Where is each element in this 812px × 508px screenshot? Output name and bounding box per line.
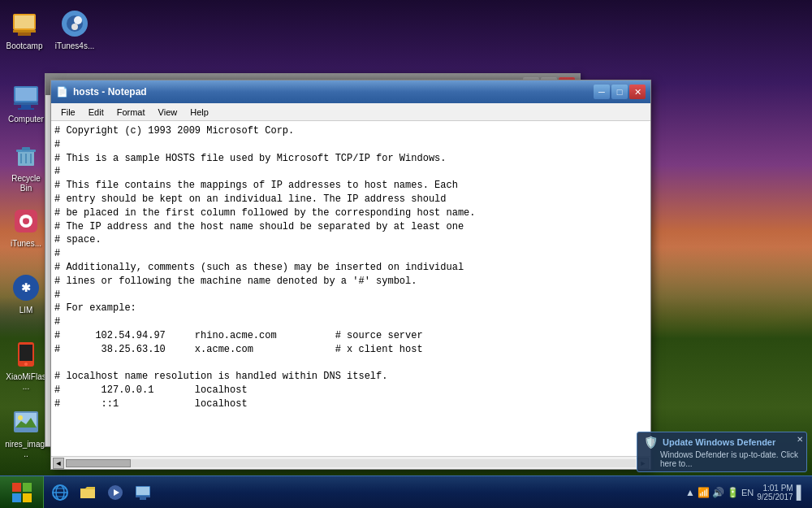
svg-point-6 [74, 16, 82, 24]
desktop-icon-lim[interactable]: ✱ LIM [2, 268, 50, 319]
nires-label: nires_imag... [5, 440, 47, 459]
svg-rect-44 [136, 496, 150, 497]
desktop-icon-bootcamp[interactable]: Bootcamp [0, 4, 49, 54]
svg-rect-10 [14, 102, 38, 105]
itunes-icon [58, 7, 91, 40]
svg-text:✱: ✱ [21, 281, 31, 294]
xiaomi-label: XiaoMiFlas... [5, 372, 47, 392]
notepad-title-icon: 📄 [56, 86, 68, 98]
system-clock[interactable]: 1:01 PM 9/25/2017 [757, 484, 793, 501]
show-desktop-button[interactable]: ▌ [797, 485, 806, 500]
taskbar-monitor-icon[interactable] [130, 480, 156, 506]
notepad-close-button[interactable]: ✕ [629, 85, 646, 99]
taskbar: ▲ 📶 🔊 🔋 EN 1:01 PM 9/25/2017 ▌ [0, 475, 812, 508]
svg-rect-45 [140, 497, 146, 500]
svg-rect-12 [18, 108, 34, 110]
svg-rect-39 [80, 489, 95, 498]
desktop-icon-xiaomi[interactable]: XiaoMiFlas... [2, 335, 50, 395]
svg-rect-11 [21, 105, 31, 108]
itunes2-label: iTunes... [11, 239, 41, 249]
svg-rect-32 [12, 493, 21, 502]
notepad-content-area [51, 121, 650, 456]
tray-battery-icon[interactable]: 🔋 [727, 487, 739, 498]
clock-date: 9/25/2017 [757, 493, 793, 501]
svg-rect-25 [19, 345, 32, 361]
lim-label: LIM [19, 306, 33, 315]
notepad-controls: ─ □ ✕ [594, 85, 646, 99]
itunes2-icon [10, 205, 42, 237]
svg-point-7 [71, 24, 78, 30]
taskbar-ie-icon[interactable] [47, 480, 73, 506]
desktop: Bootcamp iTunes4s... Computer Recycle Bi… [0, 0, 812, 508]
start-button[interactable] [0, 476, 44, 509]
notepad-maximize-button[interactable]: □ [611, 85, 628, 99]
taskbar-items [44, 476, 679, 508]
taskbar-media-icon[interactable] [102, 480, 128, 506]
tray-language[interactable]: EN [741, 488, 754, 497]
recycle-bin-label: Recycle Bin [5, 174, 47, 193]
tray-arrow-icon[interactable]: ▲ [685, 487, 695, 498]
desktop-icon-nires[interactable]: nires_imag... [2, 402, 50, 462]
svg-rect-30 [12, 483, 21, 492]
menu-format[interactable]: Format [110, 106, 152, 119]
taskbar-folder-icon[interactable] [75, 480, 101, 506]
svg-rect-1 [15, 15, 34, 28]
notepad-title-text: hosts - Notepad [73, 86, 147, 98]
windows-defender-notification[interactable]: 🛡️ Update Windows Defender Windows Defen… [637, 432, 807, 472]
itunes-label: iTunes4s... [55, 41, 95, 51]
svg-rect-2 [13, 30, 36, 33]
desktop-icon-itunes2[interactable]: iTunes... [2, 202, 50, 252]
tray-network-icon[interactable]: 📶 [698, 487, 710, 498]
computer-icon [10, 80, 42, 113]
tray-icons: ▲ 📶 🔊 🔋 EN [685, 487, 754, 498]
menu-view[interactable]: View [152, 106, 184, 119]
bootcamp-icon [8, 7, 41, 40]
tray-volume-icon[interactable]: 🔊 [712, 487, 724, 498]
clock-time: 1:01 PM [757, 484, 793, 493]
bootcamp-label: Bootcamp [6, 41, 42, 51]
svg-point-21 [23, 218, 29, 224]
notepad-minimize-button[interactable]: ─ [594, 85, 610, 99]
scrollbar-left-arrow[interactable]: ◄ [53, 458, 64, 469]
notification-body: Windows Defender is up-to-date. Click he… [644, 450, 800, 468]
notification-shield-icon: 🛡️ [644, 436, 658, 449]
notification-title: Update Windows Defender [663, 437, 775, 447]
notepad-title-group: 📄 hosts - Notepad [56, 86, 147, 98]
svg-rect-33 [23, 493, 32, 502]
taskbar-tray: ▲ 📶 🔊 🔋 EN 1:01 PM 9/25/2017 ▌ [679, 484, 812, 501]
notepad-textarea[interactable] [51, 121, 650, 456]
desktop-icon-recycle-bin[interactable]: Recycle Bin [2, 137, 50, 197]
svg-point-26 [24, 363, 28, 366]
svg-rect-3 [18, 33, 31, 36]
notepad-scrollbar-horizontal[interactable]: ◄ ► [51, 456, 650, 469]
menu-file[interactable]: File [54, 106, 82, 119]
scrollbar-thumb-h[interactable] [66, 459, 131, 467]
menu-edit[interactable]: Edit [82, 106, 110, 119]
lim-icon: ✱ [10, 271, 42, 304]
svg-rect-9 [15, 88, 37, 101]
desktop-icon-itunes[interactable]: iTunes4s... [50, 4, 99, 54]
notepad-window: 📄 hosts - Notepad ─ □ ✕ File Edit Format… [50, 80, 651, 470]
notification-close-button[interactable]: ✕ [797, 435, 803, 444]
svg-rect-15 [22, 147, 30, 150]
menu-help[interactable]: Help [184, 106, 215, 119]
desktop-icon-computer[interactable]: Computer [2, 77, 50, 128]
nires-icon [10, 406, 42, 438]
xiaomi-icon [10, 338, 42, 371]
recycle-bin-icon [10, 140, 42, 172]
svg-rect-43 [136, 487, 149, 495]
scrollbar-track-h[interactable] [66, 459, 636, 467]
notepad-menubar: File Edit Format View Help [51, 103, 650, 121]
computer-label: Computer [8, 115, 44, 124]
svg-rect-31 [23, 483, 32, 492]
notepad-titlebar[interactable]: 📄 hosts - Notepad ─ □ ✕ [51, 80, 650, 103]
svg-point-29 [18, 415, 23, 420]
